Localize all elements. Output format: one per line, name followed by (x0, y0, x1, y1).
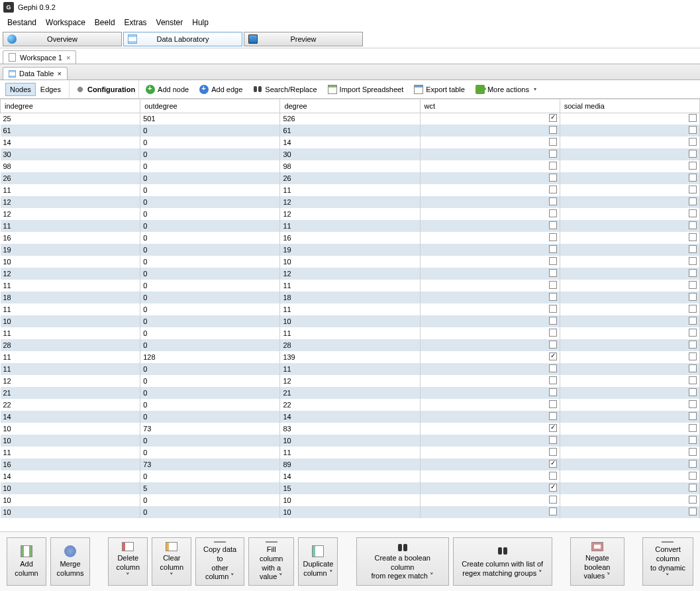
cell-outdegree[interactable]: 0 (140, 411, 280, 423)
checkbox[interactable] (549, 364, 557, 372)
cell-indegree[interactable]: 25 (1, 113, 140, 125)
cell-outdegree[interactable]: 0 (140, 125, 280, 136)
cell-social-media[interactable] (560, 506, 699, 518)
cell-degree[interactable]: 11 (280, 447, 420, 458)
cell-outdegree[interactable]: 0 (140, 399, 280, 411)
cell-outdegree[interactable]: 0 (140, 506, 280, 518)
cell-wct[interactable] (420, 303, 560, 315)
cell-indegree[interactable]: 11 (1, 351, 140, 363)
checkbox[interactable] (549, 424, 557, 432)
cell-degree[interactable]: 12 (280, 208, 420, 220)
checkbox[interactable] (689, 209, 697, 217)
checkbox[interactable] (549, 293, 557, 301)
regex-groups-button[interactable]: Create column with list ofregex matching… (453, 537, 552, 586)
col-social-media[interactable]: social media (560, 99, 699, 113)
checkbox[interactable] (689, 174, 697, 182)
cell-degree[interactable]: 10 (280, 506, 420, 518)
checkbox[interactable] (689, 472, 697, 480)
cell-degree[interactable]: 14 (280, 470, 420, 482)
table-row[interactable]: 107383 (1, 423, 700, 435)
cell-wct[interactable] (420, 399, 560, 411)
add-node-button[interactable]: Add node (142, 83, 192, 96)
copy-data-button[interactable]: Copy data toother column ˅ (195, 537, 244, 586)
cell-social-media[interactable] (560, 351, 699, 363)
checkbox[interactable] (549, 305, 557, 313)
checkbox[interactable] (689, 257, 697, 265)
table-row[interactable]: 12012 (1, 208, 700, 220)
checkbox[interactable] (689, 412, 697, 420)
cell-social-media[interactable] (560, 303, 699, 315)
cell-social-media[interactable] (560, 268, 699, 280)
cell-indegree[interactable]: 10 (1, 256, 140, 268)
cell-social-media[interactable] (560, 399, 699, 411)
checkbox[interactable] (549, 412, 557, 420)
table-row[interactable]: 10010 (1, 494, 700, 506)
cell-wct[interactable] (420, 375, 560, 387)
table-row[interactable]: 11011 (1, 220, 700, 232)
cell-wct[interactable] (420, 458, 560, 470)
cell-outdegree[interactable]: 0 (140, 363, 280, 375)
add-edge-button[interactable]: Add edge (196, 83, 246, 96)
cell-outdegree[interactable]: 0 (140, 447, 280, 458)
cell-wct[interactable] (420, 327, 560, 339)
checkbox[interactable] (689, 281, 697, 289)
close-icon[interactable]: × (57, 70, 61, 78)
cell-indegree[interactable]: 12 (1, 268, 140, 280)
cell-wct[interactable] (420, 184, 560, 196)
table-row[interactable]: 11011 (1, 327, 700, 339)
checkbox[interactable] (549, 233, 557, 241)
checkbox[interactable] (689, 221, 697, 229)
checkbox[interactable] (549, 400, 557, 408)
cell-outdegree[interactable]: 0 (140, 160, 280, 172)
fill-column-button[interactable]: Fill columnwith a value ˅ (248, 537, 294, 586)
menu-beeld[interactable]: Beeld (90, 16, 120, 29)
cell-outdegree[interactable]: 0 (140, 339, 280, 351)
cell-degree[interactable]: 11 (280, 184, 420, 196)
mode-overview[interactable]: Overview (3, 32, 122, 46)
cell-social-media[interactable] (560, 256, 699, 268)
cell-indegree[interactable]: 16 (1, 232, 140, 244)
cell-indegree[interactable]: 10 (1, 423, 140, 435)
cell-social-media[interactable] (560, 494, 699, 506)
cell-degree[interactable]: 14 (280, 136, 420, 148)
cell-degree[interactable]: 10 (280, 256, 420, 268)
menu-extras[interactable]: Extras (120, 16, 152, 29)
checkbox[interactable] (689, 352, 697, 360)
table-row[interactable]: 11011 (1, 184, 700, 196)
cell-social-media[interactable] (560, 458, 699, 470)
cell-wct[interactable] (420, 363, 560, 375)
cell-indegree[interactable]: 26 (1, 172, 140, 184)
cell-social-media[interactable] (560, 196, 699, 208)
checkbox[interactable] (549, 114, 557, 122)
duplicate-column-button[interactable]: Duplicatecolumn ˅ (298, 537, 338, 586)
cell-indegree[interactable]: 14 (1, 136, 140, 148)
cell-outdegree[interactable]: 0 (140, 327, 280, 339)
cell-outdegree[interactable]: 501 (140, 113, 280, 125)
cell-social-media[interactable] (560, 435, 699, 447)
checkbox[interactable] (549, 126, 557, 134)
table-row[interactable]: 11011 (1, 303, 700, 315)
cell-degree[interactable]: 28 (280, 339, 420, 351)
cell-wct[interactable] (420, 244, 560, 256)
table-row[interactable]: 21021 (1, 387, 700, 399)
cell-outdegree[interactable]: 0 (140, 315, 280, 327)
cell-outdegree[interactable]: 0 (140, 196, 280, 208)
cell-degree[interactable]: 22 (280, 399, 420, 411)
checkbox[interactable] (689, 400, 697, 408)
cell-wct[interactable] (420, 232, 560, 244)
cell-degree[interactable]: 18 (280, 292, 420, 303)
cell-outdegree[interactable]: 0 (140, 208, 280, 220)
table-row[interactable]: 61061 (1, 125, 700, 136)
cell-wct[interactable] (420, 506, 560, 518)
table-row[interactable]: 16016 (1, 232, 700, 244)
cell-wct[interactable] (420, 387, 560, 399)
cell-outdegree[interactable]: 0 (140, 220, 280, 232)
checkbox[interactable] (689, 341, 697, 349)
cell-wct[interactable] (420, 494, 560, 506)
checkbox[interactable] (689, 162, 697, 170)
cell-wct[interactable] (420, 172, 560, 184)
table-row[interactable]: 12012 (1, 196, 700, 208)
cell-wct[interactable] (420, 447, 560, 458)
cell-outdegree[interactable]: 0 (140, 494, 280, 506)
cell-wct[interactable] (420, 220, 560, 232)
